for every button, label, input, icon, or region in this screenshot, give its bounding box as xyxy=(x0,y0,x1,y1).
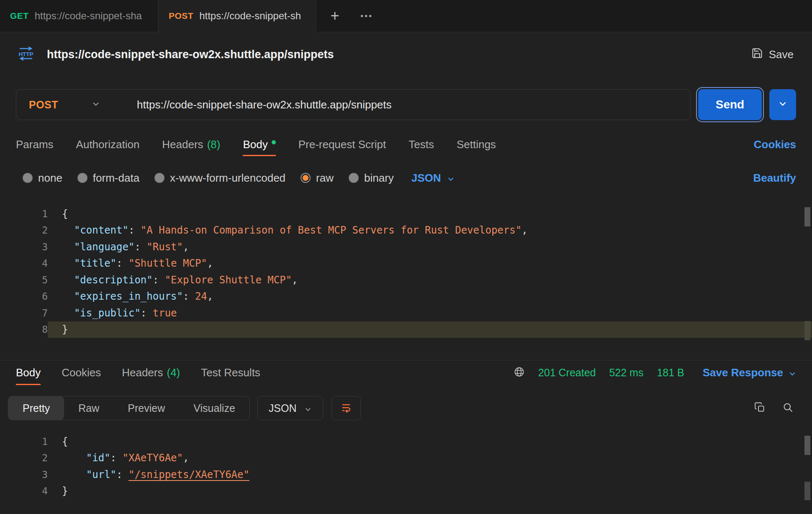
code-text[interactable]: { xyxy=(48,433,812,450)
tab-headers[interactable]: Headers (8) xyxy=(162,133,220,156)
beautify-link[interactable]: Beautify xyxy=(753,172,796,185)
editor-scrollbar-thumb[interactable] xyxy=(804,207,810,226)
code-text[interactable]: { xyxy=(48,206,812,222)
code-line[interactable]: 7 "is_public": true xyxy=(0,305,812,321)
response-body-editor[interactable]: 1{2 "id": "XAeTY6Ae",3 "url": "/snippets… xyxy=(0,432,812,514)
tab-label: Pre-request Script xyxy=(298,138,386,151)
response-tab-cookies[interactable]: Cookies xyxy=(62,360,101,385)
code-text[interactable]: "title": "Shuttle MCP", xyxy=(48,255,812,272)
response-tools xyxy=(752,401,796,415)
tab-url-text: https://code-snippet-sha xyxy=(35,10,142,22)
new-tab-button[interactable]: + xyxy=(321,0,348,32)
line-number: 4 xyxy=(0,486,48,496)
code-text[interactable]: "language": "Rust", xyxy=(48,239,812,255)
code-line[interactable]: 4 "title": "Shuttle MCP", xyxy=(0,255,812,272)
tab-label: Params xyxy=(16,138,54,151)
line-number: 2 xyxy=(0,225,48,236)
code-text[interactable]: "url": "/snippets/XAeTY6Ae" xyxy=(48,466,812,483)
tab-settings[interactable]: Settings xyxy=(457,133,496,156)
tab-authorization[interactable]: Authorization xyxy=(76,133,140,156)
tab-tests[interactable]: Tests xyxy=(409,133,434,156)
view-pretty-button[interactable]: Pretty xyxy=(8,396,64,420)
body-type-raw[interactable]: raw xyxy=(301,172,334,185)
code-line[interactable]: 5 "description": "Explore Shuttle MCP", xyxy=(0,272,812,288)
network-globe-icon xyxy=(514,366,525,379)
body-type-none[interactable]: none xyxy=(23,172,62,185)
save-button[interactable]: Save xyxy=(749,47,796,62)
view-preview-button[interactable]: Preview xyxy=(113,396,179,420)
chevron-down-icon xyxy=(92,101,100,108)
wrap-lines-button[interactable] xyxy=(331,396,361,420)
save-response-button[interactable]: Save Response xyxy=(703,366,796,379)
code-text[interactable]: } xyxy=(48,321,812,338)
url-input[interactable] xyxy=(113,98,690,111)
response-tab-body[interactable]: Body xyxy=(16,360,41,385)
body-type-form-data[interactable]: form-data xyxy=(77,172,139,185)
search-response-button[interactable] xyxy=(780,401,796,415)
method-badge-post: POST xyxy=(169,11,193,21)
request-tab-get[interactable]: GET https://code-snippet-sha xyxy=(0,0,158,32)
line-number: 8 xyxy=(0,324,48,335)
editor-scrollbar-thumb[interactable] xyxy=(804,436,810,455)
radio-label: x-www-form-urlencoded xyxy=(170,172,285,185)
more-tabs-button[interactable]: ••• xyxy=(353,0,380,32)
code-text[interactable]: "expires_in_hours": 24, xyxy=(48,288,812,305)
save-response-label: Save Response xyxy=(703,366,783,379)
code-line[interactable]: 1{ xyxy=(0,433,812,450)
send-button[interactable]: Send xyxy=(698,89,762,120)
tab-pre-request-script[interactable]: Pre-request Script xyxy=(298,133,386,156)
send-options-button[interactable] xyxy=(769,89,796,120)
tab-label: Tests xyxy=(409,138,434,151)
chevron-down-icon xyxy=(778,101,787,108)
radio-icon xyxy=(23,173,33,183)
tab-params[interactable]: Params xyxy=(16,133,54,156)
request-section-tabs: Params Authorization Headers (8) Body Pr… xyxy=(0,133,812,156)
radio-label: form-data xyxy=(93,172,139,185)
code-text[interactable]: "id": "XAeTY6Ae", xyxy=(48,450,812,467)
response-tab-test-results[interactable]: Test Results xyxy=(201,360,260,385)
code-line[interactable]: 8} xyxy=(0,321,812,338)
url-input-group: POST xyxy=(16,89,691,120)
tab-body[interactable]: Body xyxy=(243,133,275,156)
body-modified-dot xyxy=(272,140,276,144)
search-icon xyxy=(782,402,794,414)
view-raw-button[interactable]: Raw xyxy=(64,396,113,420)
view-mode-group: Pretty Raw Preview Visualize xyxy=(8,396,250,420)
tab-label: Test Results xyxy=(201,366,260,379)
request-body-editor[interactable]: 1{2 "content": "A Hands-on Comparison of… xyxy=(0,205,812,352)
radio-checked-icon xyxy=(301,173,311,183)
method-dropdown[interactable]: POST xyxy=(16,90,113,120)
tab-label: Body xyxy=(16,366,41,379)
wrap-text-icon xyxy=(340,402,352,415)
body-type-urlencoded[interactable]: x-www-form-urlencoded xyxy=(154,172,285,185)
request-tab-post[interactable]: POST https://code-snippet-sh xyxy=(158,0,316,32)
headers-count-badge: (8) xyxy=(207,138,221,151)
svg-text:HTTP: HTTP xyxy=(18,51,33,57)
body-type-binary[interactable]: binary xyxy=(349,172,394,185)
save-label: Save xyxy=(769,48,794,61)
request-title-row: HTTP https://code-snippet-share-ow2x.shu… xyxy=(0,32,812,77)
code-line[interactable]: 2 "id": "XAeTY6Ae", xyxy=(0,450,812,467)
line-number: 2 xyxy=(0,452,48,463)
code-text[interactable]: } xyxy=(48,483,812,500)
editor-scroll-marker[interactable] xyxy=(804,482,810,500)
editor-scroll-marker[interactable] xyxy=(804,321,810,340)
copy-response-button[interactable] xyxy=(752,401,768,415)
code-line[interactable]: 3 "url": "/snippets/XAeTY6Ae" xyxy=(0,466,812,483)
code-line[interactable]: 3 "language": "Rust", xyxy=(0,239,812,255)
code-line[interactable]: 4} xyxy=(0,483,812,500)
code-text[interactable]: "content": "A Hands-on Comparison of Bes… xyxy=(48,222,812,239)
raw-format-dropdown[interactable]: JSON xyxy=(411,172,455,185)
code-line[interactable]: 6 "expires_in_hours": 24, xyxy=(0,288,812,305)
code-line[interactable]: 2 "content": "A Hands-on Comparison of B… xyxy=(0,222,812,239)
code-text[interactable]: "description": "Explore Shuttle MCP", xyxy=(48,272,812,288)
response-view-controls: Pretty Raw Preview Visualize JSON xyxy=(0,396,812,420)
view-visualize-button[interactable]: Visualize xyxy=(179,396,249,420)
code-text[interactable]: "is_public": true xyxy=(48,305,812,321)
response-format-dropdown[interactable]: JSON xyxy=(257,396,323,420)
cookies-link[interactable]: Cookies xyxy=(754,138,796,151)
method-badge-get: GET xyxy=(10,11,29,21)
code-line[interactable]: 1{ xyxy=(0,206,812,222)
response-tab-headers[interactable]: Headers (4) xyxy=(122,360,180,385)
tab-label: Cookies xyxy=(62,366,101,379)
